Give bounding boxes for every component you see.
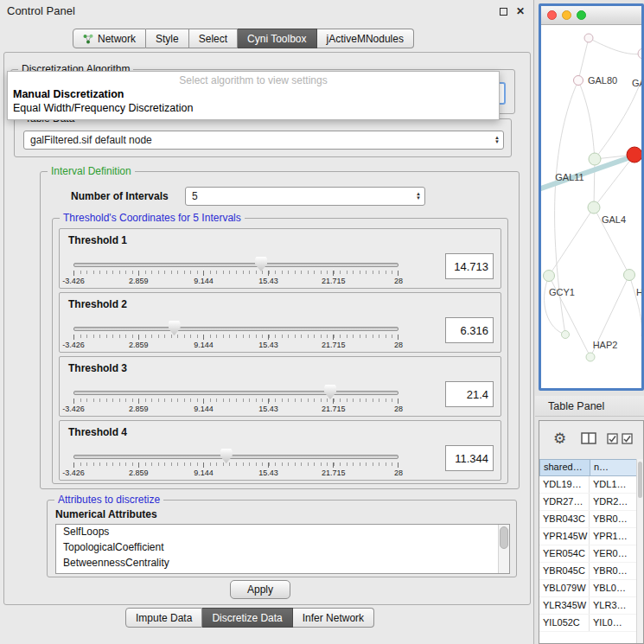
table-scrollbar[interactable] <box>636 459 643 643</box>
network-view-window[interactable]: GAL80 GA GAL11 GAL4 GCY1 H HAP2 <box>539 3 644 391</box>
combo-arrows-icon: ▲▼ <box>494 136 500 144</box>
float-window-icon[interactable] <box>500 8 507 16</box>
scrollbar-thumb[interactable] <box>638 462 642 498</box>
slider-track[interactable] <box>73 391 399 395</box>
tick-label: 15.43 <box>258 469 278 477</box>
tick-label: 28 <box>394 341 403 349</box>
zoom-traffic-light-icon[interactable] <box>577 10 586 20</box>
scrollbar-thumb[interactable] <box>500 526 508 549</box>
table-row[interactable]: YDL19…YDL1… <box>539 476 637 494</box>
column-header-name[interactable]: n… <box>590 459 637 476</box>
table-row[interactable]: YBR043CYBR0… <box>539 511 637 528</box>
slider-tick-labels: -3.426 2.859 9.144 15.43 21.715 28 <box>73 469 399 478</box>
window-title: Control Panel <box>7 4 75 17</box>
network-node[interactable] <box>624 270 635 281</box>
node-label: GAL4 <box>602 214 626 225</box>
columns-icon[interactable] <box>581 432 596 444</box>
network-node[interactable] <box>574 76 583 86</box>
checked-checkbox-icon[interactable] <box>622 433 633 444</box>
network-node[interactable] <box>588 201 600 214</box>
network-node[interactable] <box>586 353 595 361</box>
tick-label: -3.426 <box>62 469 85 477</box>
tab-jactivemnodules[interactable]: jActiveMNodules <box>317 29 414 48</box>
tab-cyni-toolbox[interactable]: Cyni Toolbox <box>238 29 316 48</box>
minimize-traffic-light-icon[interactable] <box>562 10 571 20</box>
slider-tick-labels: -3.426 2.859 9.144 15.43 21.715 28 <box>73 405 399 414</box>
checked-checkbox-icon[interactable] <box>607 433 618 444</box>
tick-label: 9.144 <box>194 469 214 477</box>
node-label: GAL80 <box>588 75 617 86</box>
numerical-attributes-list[interactable]: SelfLoops TopologicalCoefficient Between… <box>55 524 510 574</box>
close-icon[interactable]: ✕ <box>516 5 525 17</box>
list-item[interactable]: BetweennessCentrality <box>56 556 509 571</box>
tick-label: 15.43 <box>258 341 278 349</box>
list-item[interactable]: SelfLoops <box>56 525 509 540</box>
control-panel-tabbar: Network Style Select Cyni Toolbox jActiv… <box>73 29 414 48</box>
list-scrollbar[interactable] <box>498 525 509 573</box>
tick-label: 2.859 <box>129 341 149 349</box>
table-data-group: Table Data galFiltered.sif default node … <box>14 118 512 157</box>
table-row[interactable]: YBL079WYBL0… <box>539 580 637 597</box>
group-title: Interval Definition <box>48 165 135 177</box>
tab-infer-network[interactable]: Infer Network <box>293 608 374 628</box>
table-row[interactable]: YPR145WYPR1… <box>539 528 637 545</box>
network-canvas[interactable]: GAL80 GA GAL11 GAL4 GCY1 H HAP2 <box>541 25 641 388</box>
slider-track[interactable] <box>73 455 399 459</box>
numerical-attributes-label: Numerical Attributes <box>55 508 157 520</box>
column-header-shared-name[interactable]: shared… <box>539 459 590 476</box>
threshold-slider[interactable]: -3.426 2.859 9.144 15.43 21.715 28 <box>73 447 399 480</box>
tab-network[interactable]: Network <box>73 29 146 48</box>
slider-track[interactable] <box>73 327 399 331</box>
threshold-value-field[interactable] <box>445 445 494 471</box>
tick-label: 15.43 <box>258 277 278 285</box>
slider-major-ticks <box>73 399 399 404</box>
threshold-value-field[interactable] <box>445 253 494 279</box>
network-node[interactable] <box>562 331 570 339</box>
network-node[interactable] <box>584 34 593 42</box>
tick-label: -3.426 <box>62 277 85 285</box>
tick-label: 21.715 <box>322 405 346 413</box>
table-data-select[interactable]: galFiltered.sif default node ▲▼ <box>23 131 504 150</box>
threshold-slider[interactable]: -3.426 2.859 9.144 15.43 21.715 28 <box>73 383 399 416</box>
tab-select[interactable]: Select <box>189 29 238 48</box>
group-title: Attributes to discretize <box>54 494 163 506</box>
table-row[interactable]: YER054CYER0… <box>539 545 637 563</box>
dropdown-option-equal-width[interactable]: Equal Width/Frequency Discretization <box>8 101 499 115</box>
slider-tick-labels: -3.426 2.859 9.144 15.43 21.715 28 <box>73 277 399 286</box>
apply-button[interactable]: Apply <box>230 580 290 599</box>
threshold-value-field[interactable] <box>445 381 494 407</box>
table-row[interactable]: YIL052CYIL0… <box>539 615 637 632</box>
gear-icon[interactable]: ⚙ <box>553 430 566 448</box>
number-of-intervals-label: Number of Intervals <box>71 190 169 202</box>
threshold-slider[interactable]: -3.426 2.859 9.144 15.43 21.715 28 <box>73 255 399 288</box>
tab-impute-data[interactable]: Impute Data <box>125 608 202 628</box>
threshold-label: Threshold 4 <box>68 426 127 438</box>
table-data-selected-value: galFiltered.sif default node <box>30 134 152 146</box>
slider-thumb[interactable] <box>220 449 233 463</box>
slider-thumb[interactable] <box>169 321 181 335</box>
slider-track[interactable] <box>73 263 399 267</box>
network-node[interactable] <box>638 48 641 59</box>
table-row[interactable]: YLR345WYLR3… <box>539 597 637 615</box>
tab-discretize-data[interactable]: Discretize Data <box>202 608 292 628</box>
threshold-value-field[interactable] <box>445 317 494 343</box>
tab-label: Network <box>98 33 136 45</box>
table-row[interactable]: YDR27…YDR2… <box>539 494 637 511</box>
combo-arrows-icon: ▲▼ <box>416 192 421 201</box>
tab-style[interactable]: Style <box>146 29 189 48</box>
slider-thumb[interactable] <box>255 257 267 271</box>
threshold-panel: Threshold 1 -3.426 2.859 9.144 15.43 21.… <box>59 228 501 289</box>
slider-thumb[interactable] <box>324 385 336 399</box>
node-label: GA <box>632 78 641 88</box>
number-of-intervals-select[interactable]: 5 ▲▼ <box>185 187 425 206</box>
network-node[interactable] <box>544 271 555 282</box>
threshold-slider[interactable]: -3.426 2.859 9.144 15.43 21.715 28 <box>73 319 399 352</box>
close-traffic-light-icon[interactable] <box>547 10 557 20</box>
selected-network-node[interactable] <box>627 147 641 163</box>
dropdown-option-manual-discretization[interactable]: Manual Discretization <box>8 87 499 101</box>
table-row[interactable]: YBR045CYBR0… <box>539 563 637 580</box>
tick-label: 28 <box>394 405 403 413</box>
network-node[interactable] <box>589 153 601 165</box>
dropdown-placeholder: Select algorithm to view settings <box>8 73 499 87</box>
list-item[interactable]: TopologicalCoefficient <box>56 540 509 556</box>
